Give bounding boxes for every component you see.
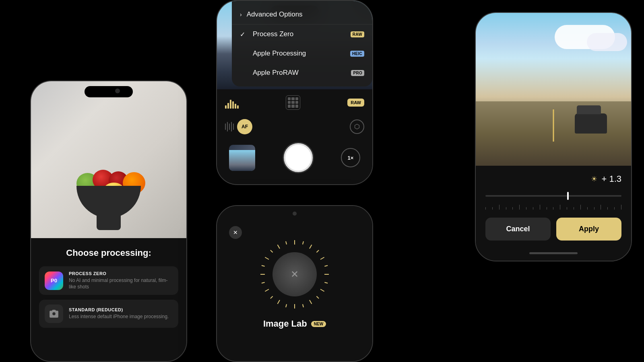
- svg-line-8: [320, 289, 324, 292]
- camera-dot-left: [115, 88, 120, 93]
- camera-icon: [49, 309, 59, 319]
- raw-format-button[interactable]: RAW: [347, 99, 364, 107]
- svg-line-21: [270, 250, 273, 253]
- landscape-photo: [476, 13, 631, 166]
- svg-line-19: [262, 265, 265, 266]
- pro-badge: PRO: [351, 70, 364, 76]
- dial-x-icon: ✕: [291, 269, 299, 280]
- menu-label-process-zero: Process Zero: [253, 30, 346, 38]
- phone-right: ☀ + 1.3 Cancel: [475, 12, 632, 261]
- camera-toolbar: RAW: [217, 89, 372, 115]
- svg-line-23: [286, 241, 287, 245]
- hist-bar-1: [225, 105, 227, 109]
- checkmark-icon: ✓: [240, 31, 248, 38]
- std-icon: [45, 304, 63, 323]
- cancel-button[interactable]: Cancel: [485, 218, 551, 241]
- close-button[interactable]: ✕: [229, 226, 242, 239]
- hist-bar-4: [232, 101, 234, 109]
- shield-button[interactable]: ⬡: [350, 119, 364, 134]
- grid-icon[interactable]: [286, 95, 300, 110]
- dial-control[interactable]: ✕: [258, 238, 331, 311]
- image-lab-bg: ✕: [217, 206, 372, 361]
- road-center-line: [553, 109, 554, 142]
- phone-left: Choose processing: P0 PROCESS ZERO No AI…: [30, 80, 187, 362]
- svg-line-5: [324, 265, 328, 266]
- p0-text: PROCESS ZERO No AI and minimal processin…: [69, 271, 173, 290]
- slider-section: [485, 192, 621, 210]
- action-buttons: Cancel Apply: [485, 218, 621, 241]
- raw-badge: RAW: [351, 31, 364, 37]
- af-button[interactable]: AF: [237, 119, 252, 134]
- bowl-base: [97, 214, 121, 230]
- p0-icon: P0: [45, 272, 63, 290]
- home-indicator: [529, 252, 578, 254]
- new-badge: NEW: [311, 321, 326, 327]
- menu-item-process-zero[interactable]: ✓ Process Zero RAW: [232, 25, 372, 44]
- fruit-image: [31, 81, 186, 238]
- std-desc: Less intense default iPhone image proces…: [69, 314, 169, 320]
- exposure-lines: [225, 122, 234, 132]
- p0-name: PROCESS ZERO: [69, 271, 173, 276]
- vehicle: [575, 113, 607, 134]
- hist-bar-6: [237, 105, 239, 109]
- menu-label-apple-processing: Apple Processing: [253, 49, 345, 58]
- dropdown-menu: › Advanced Options ✓ Process Zero RAW Ap…: [232, 1, 372, 86]
- exposure-value-row: ☀ + 1.3: [485, 174, 621, 184]
- svg-line-4: [320, 257, 324, 260]
- svg-line-16: [265, 289, 269, 292]
- camera-shutter-row: 1×: [217, 138, 372, 178]
- slider-ticks: [485, 205, 621, 210]
- svg-line-13: [286, 304, 287, 307]
- thumbnail-preview[interactable]: [229, 145, 255, 171]
- svg-line-14: [278, 300, 280, 304]
- std-name: STANDARD (REDUCED): [69, 307, 169, 312]
- process-zero-option[interactable]: P0 PROCESS ZERO No AI and minimal proces…: [39, 266, 178, 295]
- svg-line-20: [265, 257, 269, 260]
- exposure-slider[interactable]: [485, 195, 621, 197]
- menu-header-label: Advanced Options: [247, 10, 303, 19]
- notch-left: [85, 86, 133, 97]
- choose-title: Choose processing:: [39, 248, 178, 258]
- menu-header[interactable]: › Advanced Options: [232, 5, 372, 25]
- heic-badge: HEIC: [350, 51, 364, 57]
- menu-item-apple-processing[interactable]: Apple Processing HEIC: [232, 44, 372, 63]
- standard-option[interactable]: STANDARD (REDUCED) Less intense default …: [39, 300, 178, 328]
- chevron-right-icon: ›: [240, 11, 242, 18]
- svg-line-9: [316, 296, 319, 298]
- svg-line-3: [316, 250, 319, 253]
- exposure-value: + 1.3: [601, 174, 621, 184]
- svg-line-11: [303, 304, 303, 307]
- exposure-af-group: AF: [225, 119, 252, 134]
- vehicle-top: [577, 105, 601, 114]
- cloud2: [587, 33, 627, 51]
- phone-mid-bottom: ✕: [216, 205, 373, 362]
- hist-bar-5: [235, 104, 236, 109]
- camera-dot-mid-bottom: [293, 212, 297, 216]
- phone-middle: › Advanced Options ✓ Process Zero RAW Ap…: [216, 0, 373, 185]
- bowl-cup: [76, 186, 141, 218]
- zoom-button[interactable]: 1×: [341, 148, 360, 167]
- camera-af-row: AF ⬡: [217, 115, 372, 138]
- apply-button[interactable]: Apply: [556, 218, 621, 241]
- road: [476, 101, 631, 166]
- hist-bar-2: [227, 103, 229, 109]
- dial-center: ✕: [272, 252, 317, 296]
- thumb-content: [229, 150, 255, 171]
- svg-line-1: [303, 241, 303, 245]
- menu-label-apple-proraw: Apple ProRAW: [253, 69, 346, 77]
- svg-line-2: [310, 245, 312, 249]
- processing-panel: Choose processing: P0 PROCESS ZERO No AI…: [31, 238, 186, 362]
- sun-icon: ☀: [591, 175, 597, 183]
- svg-line-7: [324, 282, 328, 283]
- image-lab-label: Image Lab NEW: [263, 319, 326, 329]
- histogram-icon[interactable]: [225, 97, 239, 109]
- svg-line-15: [270, 296, 273, 298]
- std-text: STANDARD (REDUCED) Less intense default …: [69, 307, 169, 320]
- hist-bar-3: [230, 100, 231, 109]
- shutter-button[interactable]: [284, 143, 313, 172]
- fruit-bowl: [68, 158, 149, 230]
- menu-item-apple-proraw[interactable]: Apple ProRAW PRO: [232, 63, 372, 82]
- exposure-control: ☀ + 1.3 Cancel: [476, 166, 631, 261]
- slider-thumb: [567, 192, 569, 200]
- svg-line-10: [310, 300, 312, 304]
